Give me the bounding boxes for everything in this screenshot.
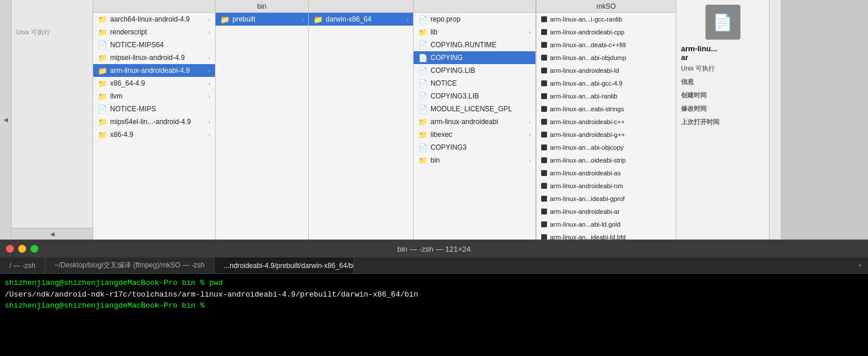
file-icon-large: 📄 [705,5,740,40]
list-item[interactable]: 📄NOTICE-MIPS [93,103,215,115]
list-item[interactable]: arm-linux-an...abi-objdump [537,51,676,64]
column-4-list: 📄repo.prop📁lib›📄COPYING.RUNTIME📄COPYING📄… [414,13,535,167]
sidebar-toggle[interactable]: ◀ [0,0,12,239]
terminal-title: bin — -zsh — 121×24 [397,245,471,253]
list-item[interactable]: arm-linux-androideabi-as [537,167,676,179]
file-icon [541,55,547,61]
chevron-right-icon: › [529,157,531,164]
list-item[interactable]: arm-linux-androideabi-c++ [537,115,676,128]
list-item[interactable]: 📁darwin-x86_64› [309,13,413,26]
mkso-header: mkSO [537,0,676,13]
list-item[interactable]: 📄COPYING.RUNTIME [414,38,535,51]
list-item[interactable]: arm-linux-an...abi-gcc-4.9 [537,77,676,90]
info-type: Unix 可执行 [681,64,764,73]
file-icon [541,170,547,176]
maximize-button[interactable] [30,245,38,253]
list-item[interactable]: arm-linux-an...deabi-c++filt [537,38,676,51]
list-item[interactable]: 📄NOTICE [414,77,535,90]
list-item[interactable]: 📄MODULE_LICENSE_GPL [414,103,535,115]
list-item[interactable]: 📄NOTICE-MIPS64 [93,38,215,51]
new-tab-button[interactable]: + [852,258,868,273]
list-item[interactable]: 📁prebuilt› [216,13,308,26]
list-item[interactable]: arm-linux-an...abi-objcopy [537,141,676,154]
file-icon [541,144,547,150]
folder-icon: 📁 [418,131,428,139]
list-item[interactable]: arm-linux-an...abi-ranlib [537,90,676,103]
list-item[interactable]: 📁arm-linux-androideabi› [414,115,535,128]
file-icon: 📄 [418,54,428,62]
file-icon: 📄 [418,105,428,114]
chevron-right-icon: › [209,93,210,100]
terminal-tab-2[interactable]: ...ndroideabi-4.9/prebuilt/darwin-x86_64… [214,258,354,273]
list-item[interactable]: arm-linux-an...ideabi-ld.bfd [537,231,676,239]
list-item[interactable]: 📁lib› [414,26,535,38]
terminal-titlebar: bin — -zsh — 121×24 [0,240,868,258]
list-item[interactable]: 📄COPYING [414,51,535,64]
file-icon [541,29,547,35]
list-item[interactable]: 📁x86_64-4.9› [93,77,215,90]
terminal-tab-1[interactable]: ~/Desktop/blog/交叉编译 (ffmpeg)/mkSO — -zsh [45,258,215,273]
list-item[interactable]: 📄COPYING3.LIB [414,90,535,103]
list-item[interactable]: arm-linux-androideabi-cpp [537,26,676,38]
file-icon [541,132,547,138]
folder-icon: 📁 [418,156,428,165]
column-1-header [93,0,215,13]
file-icon [541,234,547,239]
file-icon: 📄 [418,66,428,75]
file-icon [541,80,547,86]
chevron-right-icon: › [209,68,210,74]
list-item[interactable]: 📄repo.prop [414,13,535,26]
list-item[interactable]: 📁llvm› [93,90,215,103]
list-item[interactable]: arm-linux-an...i-gcc-ranlib [537,13,676,26]
file-icon: 📄 [418,143,428,152]
traffic-lights [6,245,38,253]
folder-icon: 📁 [220,15,230,24]
file-large-icon: 📄 [712,13,733,32]
list-item[interactable]: arm-linux-androideabi-nm [537,179,676,192]
folder-icon: 📁 [98,15,107,24]
list-item[interactable]: arm-linux-an...oideabi-strip [537,154,676,167]
list-item[interactable]: 📄COPYING.LIB [414,64,535,77]
column-1-list: 📁aarch64-linux-android-4.9›📁renderscript… [93,13,215,141]
list-item[interactable]: 📁renderscript› [93,26,215,38]
minimize-button[interactable] [18,245,26,253]
folder-icon: 📁 [98,28,107,37]
list-item[interactable]: arm-linux-an...ideabi-gprof [537,192,676,205]
file-icon [541,183,547,189]
terminal-tab-0[interactable]: / — -zsh [0,258,45,273]
sidebar-bottom-toggle[interactable]: ◀ [12,228,93,239]
list-item[interactable]: arm-linux-androideabi-ar [537,205,676,218]
list-item[interactable]: 📁mips64el-lin...-android-4.9› [93,115,215,128]
folder-icon: 📁 [98,118,107,126]
file-icon [541,16,547,22]
column-2-list: 📁prebuilt› [216,13,308,26]
list-item[interactable]: 📁arm-linux-androideabi-4.9› [93,64,215,77]
folder-icon: 📁 [418,118,428,126]
chevron-right-icon: › [529,29,531,36]
terminal-body[interactable]: shizhenjiang@shizhenjiangdeMacBook-Pro b… [0,274,868,356]
terminal-line: shizhenjiang@shizhenjiangdeMacBook-Pro b… [5,277,863,289]
file-icon [541,221,547,227]
terminal-tabs: / — -zsh~/Desktop/blog/交叉编译 (ffmpeg)/mkS… [0,258,868,274]
list-item[interactable]: arm-linux-an...eabi-strings [537,103,676,115]
mkso-list: arm-linux-an...i-gcc-ranlibarm-linux-and… [537,13,676,239]
list-item[interactable]: 📁x86-4.9› [93,128,215,141]
column-3-header [309,0,413,13]
list-item[interactable]: arm-linux-an...abi-ld.gold [537,218,676,231]
column-bin: bin 📁prebuilt› [216,0,309,239]
file-icon [541,42,547,48]
file-icon [541,209,547,214]
list-item[interactable]: 📁bin› [414,154,535,167]
list-item[interactable]: 📁mipsel-linux-android-4.9› [93,51,215,64]
list-item[interactable]: 📄COPYING3 [414,141,535,154]
sidebar-mac-item[interactable]: Unix 可执行 [12,26,93,38]
list-item[interactable]: 📁libexec› [414,128,535,141]
list-item[interactable]: 📁aarch64-linux-android-4.9› [93,13,215,26]
list-item[interactable]: arm-linux-androideabi-g++ [537,128,676,141]
chevron-right-icon: › [209,132,210,138]
list-item[interactable]: arm-linux-androideabi-ld [537,64,676,77]
close-button[interactable] [6,245,14,253]
chevron-right-icon: › [209,55,210,61]
file-icon: 📄 [418,41,428,50]
chevron-right-icon: › [209,80,210,87]
